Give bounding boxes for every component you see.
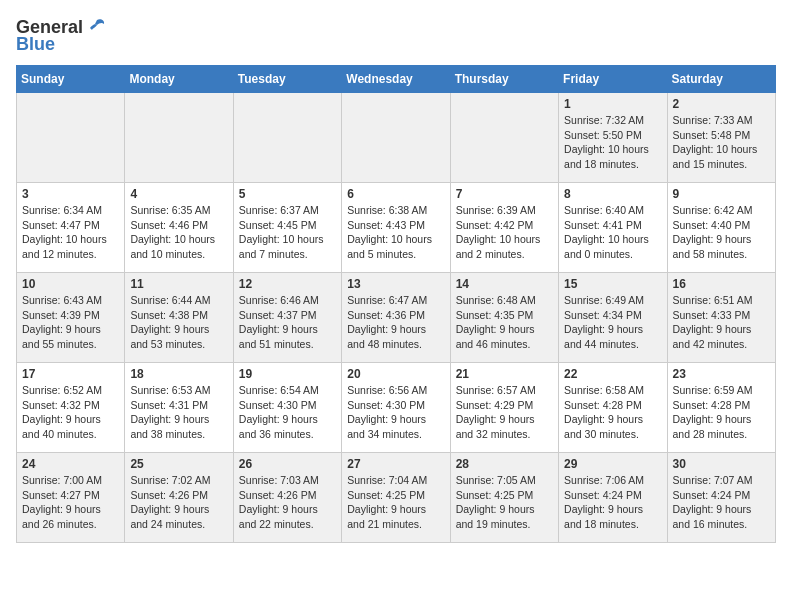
calendar-cell: 28Sunrise: 7:05 AMSunset: 4:25 PMDayligh… <box>450 453 558 543</box>
weekday-header-friday: Friday <box>559 66 667 93</box>
calendar-cell: 27Sunrise: 7:04 AMSunset: 4:25 PMDayligh… <box>342 453 450 543</box>
sunrise-text: Sunrise: 6:59 AM <box>673 384 753 396</box>
day-number: 11 <box>130 277 227 291</box>
calendar-cell <box>17 93 125 183</box>
daylight-text: Daylight: 9 hours and 34 minutes. <box>347 413 426 440</box>
cell-content: Sunrise: 7:00 AMSunset: 4:27 PMDaylight:… <box>22 473 119 532</box>
daylight-text: Daylight: 9 hours and 30 minutes. <box>564 413 643 440</box>
cell-content: Sunrise: 7:04 AMSunset: 4:25 PMDaylight:… <box>347 473 444 532</box>
daylight-text: Daylight: 9 hours and 16 minutes. <box>673 503 752 530</box>
day-number: 23 <box>673 367 770 381</box>
day-number: 10 <box>22 277 119 291</box>
cell-content: Sunrise: 7:33 AMSunset: 5:48 PMDaylight:… <box>673 113 770 172</box>
sunrise-text: Sunrise: 7:07 AM <box>673 474 753 486</box>
sunset-text: Sunset: 4:26 PM <box>130 489 208 501</box>
day-number: 16 <box>673 277 770 291</box>
sunrise-text: Sunrise: 6:47 AM <box>347 294 427 306</box>
cell-content: Sunrise: 7:02 AMSunset: 4:26 PMDaylight:… <box>130 473 227 532</box>
calendar-cell <box>125 93 233 183</box>
sunset-text: Sunset: 5:48 PM <box>673 129 751 141</box>
sunset-text: Sunset: 4:31 PM <box>130 399 208 411</box>
calendar-cell: 26Sunrise: 7:03 AMSunset: 4:26 PMDayligh… <box>233 453 341 543</box>
daylight-text: Daylight: 10 hours and 7 minutes. <box>239 233 324 260</box>
daylight-text: Daylight: 9 hours and 38 minutes. <box>130 413 209 440</box>
cell-content: Sunrise: 6:58 AMSunset: 4:28 PMDaylight:… <box>564 383 661 442</box>
sunrise-text: Sunrise: 7:03 AM <box>239 474 319 486</box>
sunset-text: Sunset: 4:46 PM <box>130 219 208 231</box>
logo: General Blue <box>16 16 107 55</box>
calendar-cell: 5Sunrise: 6:37 AMSunset: 4:45 PMDaylight… <box>233 183 341 273</box>
day-number: 8 <box>564 187 661 201</box>
sunrise-text: Sunrise: 6:51 AM <box>673 294 753 306</box>
daylight-text: Daylight: 9 hours and 44 minutes. <box>564 323 643 350</box>
daylight-text: Daylight: 9 hours and 40 minutes. <box>22 413 101 440</box>
day-number: 25 <box>130 457 227 471</box>
calendar-cell <box>342 93 450 183</box>
sunset-text: Sunset: 4:39 PM <box>22 309 100 321</box>
sunrise-text: Sunrise: 7:05 AM <box>456 474 536 486</box>
day-number: 19 <box>239 367 336 381</box>
weekday-header-tuesday: Tuesday <box>233 66 341 93</box>
calendar-cell: 2Sunrise: 7:33 AMSunset: 5:48 PMDaylight… <box>667 93 775 183</box>
sunrise-text: Sunrise: 6:54 AM <box>239 384 319 396</box>
calendar-cell: 14Sunrise: 6:48 AMSunset: 4:35 PMDayligh… <box>450 273 558 363</box>
page-header: General Blue <box>16 16 776 55</box>
cell-content: Sunrise: 7:07 AMSunset: 4:24 PMDaylight:… <box>673 473 770 532</box>
weekday-header-row: SundayMondayTuesdayWednesdayThursdayFrid… <box>17 66 776 93</box>
sunset-text: Sunset: 4:41 PM <box>564 219 642 231</box>
calendar-cell: 23Sunrise: 6:59 AMSunset: 4:28 PMDayligh… <box>667 363 775 453</box>
sunset-text: Sunset: 4:28 PM <box>564 399 642 411</box>
sunrise-text: Sunrise: 6:49 AM <box>564 294 644 306</box>
sunrise-text: Sunrise: 7:32 AM <box>564 114 644 126</box>
day-number: 26 <box>239 457 336 471</box>
calendar-cell: 13Sunrise: 6:47 AMSunset: 4:36 PMDayligh… <box>342 273 450 363</box>
calendar-cell: 25Sunrise: 7:02 AMSunset: 4:26 PMDayligh… <box>125 453 233 543</box>
daylight-text: Daylight: 9 hours and 22 minutes. <box>239 503 318 530</box>
calendar-cell: 30Sunrise: 7:07 AMSunset: 4:24 PMDayligh… <box>667 453 775 543</box>
daylight-text: Daylight: 10 hours and 5 minutes. <box>347 233 432 260</box>
calendar-cell: 6Sunrise: 6:38 AMSunset: 4:43 PMDaylight… <box>342 183 450 273</box>
weekday-header-wednesday: Wednesday <box>342 66 450 93</box>
calendar-cell <box>450 93 558 183</box>
daylight-text: Daylight: 9 hours and 21 minutes. <box>347 503 426 530</box>
daylight-text: Daylight: 10 hours and 15 minutes. <box>673 143 758 170</box>
weekday-header-thursday: Thursday <box>450 66 558 93</box>
day-number: 2 <box>673 97 770 111</box>
day-number: 12 <box>239 277 336 291</box>
day-number: 5 <box>239 187 336 201</box>
sunrise-text: Sunrise: 7:02 AM <box>130 474 210 486</box>
day-number: 28 <box>456 457 553 471</box>
daylight-text: Daylight: 9 hours and 24 minutes. <box>130 503 209 530</box>
cell-content: Sunrise: 6:49 AMSunset: 4:34 PMDaylight:… <box>564 293 661 352</box>
cell-content: Sunrise: 6:37 AMSunset: 4:45 PMDaylight:… <box>239 203 336 262</box>
sunrise-text: Sunrise: 7:33 AM <box>673 114 753 126</box>
logo-blue-text: Blue <box>16 34 55 55</box>
calendar-cell: 1Sunrise: 7:32 AMSunset: 5:50 PMDaylight… <box>559 93 667 183</box>
cell-content: Sunrise: 7:05 AMSunset: 4:25 PMDaylight:… <box>456 473 553 532</box>
sunset-text: Sunset: 4:24 PM <box>673 489 751 501</box>
day-number: 30 <box>673 457 770 471</box>
calendar-cell: 22Sunrise: 6:58 AMSunset: 4:28 PMDayligh… <box>559 363 667 453</box>
daylight-text: Daylight: 10 hours and 10 minutes. <box>130 233 215 260</box>
daylight-text: Daylight: 10 hours and 0 minutes. <box>564 233 649 260</box>
sunset-text: Sunset: 4:36 PM <box>347 309 425 321</box>
sunrise-text: Sunrise: 6:53 AM <box>130 384 210 396</box>
calendar-cell: 12Sunrise: 6:46 AMSunset: 4:37 PMDayligh… <box>233 273 341 363</box>
day-number: 22 <box>564 367 661 381</box>
cell-content: Sunrise: 6:40 AMSunset: 4:41 PMDaylight:… <box>564 203 661 262</box>
weekday-header-monday: Monday <box>125 66 233 93</box>
calendar-cell: 9Sunrise: 6:42 AMSunset: 4:40 PMDaylight… <box>667 183 775 273</box>
sunrise-text: Sunrise: 7:04 AM <box>347 474 427 486</box>
calendar-cell: 10Sunrise: 6:43 AMSunset: 4:39 PMDayligh… <box>17 273 125 363</box>
sunrise-text: Sunrise: 6:39 AM <box>456 204 536 216</box>
daylight-text: Daylight: 9 hours and 26 minutes. <box>22 503 101 530</box>
cell-content: Sunrise: 6:48 AMSunset: 4:35 PMDaylight:… <box>456 293 553 352</box>
sunrise-text: Sunrise: 6:58 AM <box>564 384 644 396</box>
daylight-text: Daylight: 9 hours and 53 minutes. <box>130 323 209 350</box>
sunset-text: Sunset: 4:34 PM <box>564 309 642 321</box>
sunset-text: Sunset: 4:33 PM <box>673 309 751 321</box>
calendar-cell: 21Sunrise: 6:57 AMSunset: 4:29 PMDayligh… <box>450 363 558 453</box>
sunset-text: Sunset: 4:25 PM <box>456 489 534 501</box>
cell-content: Sunrise: 6:51 AMSunset: 4:33 PMDaylight:… <box>673 293 770 352</box>
calendar-cell: 19Sunrise: 6:54 AMSunset: 4:30 PMDayligh… <box>233 363 341 453</box>
